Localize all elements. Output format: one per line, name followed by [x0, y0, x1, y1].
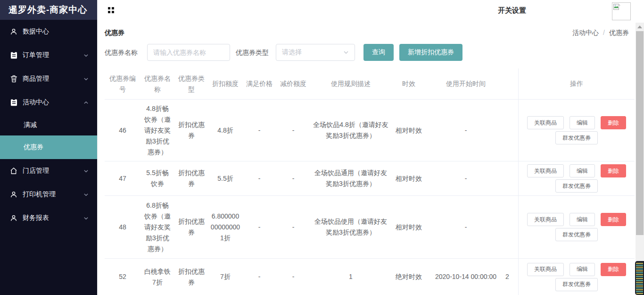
clipboard-icon [9, 51, 18, 59]
chevron-down-icon [343, 50, 349, 55]
chevron-down-icon [83, 76, 89, 82]
cell-start-time: - [426, 161, 505, 195]
actions-fixed-column: 操作 关联商品 编辑 删除 群发优惠券 关联商品 编辑 删除 群发优惠券 [518, 68, 635, 295]
cell-type: 折扣优惠券 [174, 259, 208, 295]
sidebar-item-printers[interactable]: 打印机管理 [0, 183, 97, 206]
bulk-send-coupon-button[interactable]: 群发优惠券 [555, 179, 598, 193]
sidebar-item-finance[interactable]: 财务报表 [0, 206, 97, 230]
col-discount: 折扣额度 [208, 68, 242, 99]
sidebar-item-data-center[interactable]: 数据中心 [0, 20, 97, 43]
col-actions: 操作 [519, 68, 635, 100]
sidebar-item-label: 门店管理 [23, 167, 49, 175]
col-coupon-name: 优惠券名称 [140, 68, 174, 99]
cell-validity: 绝对时效 [391, 259, 426, 295]
sidebar-item-label: 打印机管理 [23, 190, 56, 199]
cell-name: 白桃拿铁7折 [140, 259, 174, 295]
col-coupon-type: 优惠券类型 [174, 68, 208, 99]
cell-validity: 相对时效 [391, 100, 426, 161]
link-product-button[interactable]: 关联商品 [527, 263, 564, 276]
link-product-button[interactable]: 关联商品 [527, 164, 564, 177]
bulk-send-coupon-button[interactable]: 群发优惠券 [555, 228, 598, 241]
edit-button[interactable]: 编辑 [570, 263, 595, 276]
sidebar-item-orders[interactable]: 订单管理 [0, 43, 97, 67]
row-actions: 关联商品 编辑 删除 群发优惠券 [519, 161, 635, 196]
cell-min-price: - [242, 100, 276, 161]
page-title: 优惠券 [105, 29, 124, 37]
link-product-button[interactable]: 关联商品 [527, 213, 564, 226]
cell-id: 48 [105, 196, 140, 258]
cell-start-time: - [426, 100, 505, 161]
cell-validity: 相对时效 [391, 196, 426, 258]
filter-bar: 优惠券名称 优惠券类型 请选择 查询 新增折扣优惠券 [98, 44, 644, 61]
edit-button[interactable]: 编辑 [570, 213, 595, 226]
sidebar-item-label: 财务报表 [23, 214, 49, 222]
cell-min-price: - [242, 161, 276, 195]
coupon-name-label: 优惠券名称 [105, 44, 138, 61]
col-rule: 使用规则描述 [310, 68, 391, 99]
coupon-name-input[interactable] [147, 44, 230, 61]
cell-type: 折扣优惠券 [174, 196, 208, 258]
sidebar-item-label: 数据中心 [23, 27, 49, 36]
col-coupon-id: 优惠券编号 [105, 68, 140, 99]
sidebar-subitem-manjian[interactable]: 满减 [0, 114, 97, 135]
delete-button[interactable]: 删除 [601, 116, 626, 129]
cell-reduce: - [276, 100, 310, 161]
breadcrumb: 活动中心 / 优惠券 [572, 29, 629, 37]
edit-button[interactable]: 编辑 [570, 116, 595, 129]
sidebar-item-stores[interactable]: 门店管理 [0, 159, 97, 183]
scrollbar-thumb[interactable] [636, 31, 644, 235]
broken-image-icon [612, 4, 630, 10]
row-actions: 关联商品 编辑 删除 群发优惠券 [519, 196, 635, 259]
chevron-down-icon [83, 53, 89, 58]
bulk-send-coupon-button[interactable]: 群发优惠券 [555, 278, 598, 291]
cell-start-time: - [426, 196, 505, 258]
cell-name: 5.5折畅饮券 [140, 161, 174, 195]
coupon-type-label: 优惠券类型 [236, 44, 269, 61]
cell-type: 折扣优惠券 [174, 161, 208, 195]
collapse-menu-icon[interactable] [108, 7, 114, 13]
chevron-down-icon [83, 192, 89, 197]
sidebar-subitem-label: 优惠券 [24, 143, 43, 152]
scrollbar-up-arrow-icon[interactable] [637, 25, 642, 28]
cell-validity: 相对时效 [391, 161, 426, 195]
sidebar-subitem-coupon[interactable]: 优惠券 [0, 135, 97, 159]
cell-id: 46 [105, 100, 140, 161]
add-discount-coupon-button[interactable]: 新增折扣优惠券 [399, 44, 462, 61]
cell-rule: 全场饮品使用（邀请好友奖励3折优惠券） [310, 196, 391, 258]
sidebar-subitem-label: 满减 [24, 121, 37, 129]
bulk-send-coupon-button[interactable]: 群发优惠券 [555, 131, 598, 144]
user-icon [9, 190, 18, 199]
breadcrumb-parent[interactable]: 活动中心 [572, 29, 599, 37]
chevron-down-icon [83, 169, 89, 174]
sidebar-item-products[interactable]: 商品管理 [0, 67, 97, 91]
row-actions: 关联商品 编辑 删除 群发优惠券 [519, 100, 635, 161]
breadcrumb-current[interactable]: 优惠券 [609, 29, 629, 37]
cell-rule: 全场饮品通用（邀请好友奖励3折优惠券） [310, 161, 391, 195]
sidebar-item-activity-center[interactable]: 活动中心 [0, 91, 97, 114]
cell-reduce: - [276, 161, 310, 195]
search-button[interactable]: 查询 [363, 44, 394, 61]
trash-icon [9, 75, 18, 83]
coupon-type-select[interactable]: 请选择 [276, 44, 355, 61]
vertical-scrollbar[interactable] [636, 23, 644, 295]
main-content: 开关设置 优惠券 活动中心 / 优惠券 优惠券名称 优惠券类型 请选择 查询 新… [97, 0, 644, 295]
cell-type: 折扣优惠券 [174, 100, 208, 161]
col-start-time: 使用开始时间 [426, 68, 505, 99]
cell-discount: 4.8折 [208, 100, 242, 161]
cell-min-price: - [242, 259, 276, 295]
chevron-down-icon [83, 216, 89, 221]
corner-scroll-widget[interactable] [635, 261, 644, 295]
edit-button[interactable]: 编辑 [570, 164, 595, 177]
user-icon [9, 214, 18, 222]
avatar[interactable] [612, 2, 631, 20]
link-product-button[interactable]: 关联商品 [527, 116, 564, 129]
delete-button[interactable]: 删除 [601, 213, 626, 226]
sidebar-item-label: 活动中心 [23, 98, 49, 107]
clipboard-icon [9, 98, 18, 107]
switch-settings-button[interactable]: 开关设置 [498, 6, 526, 15]
row-actions: 关联商品 编辑 删除 群发优惠券 [519, 259, 635, 295]
delete-button[interactable]: 删除 [601, 263, 626, 276]
cell-discount: 6.800000000000001折 [208, 196, 242, 258]
cell-min-price: - [242, 196, 276, 258]
delete-button[interactable]: 删除 [601, 164, 626, 177]
